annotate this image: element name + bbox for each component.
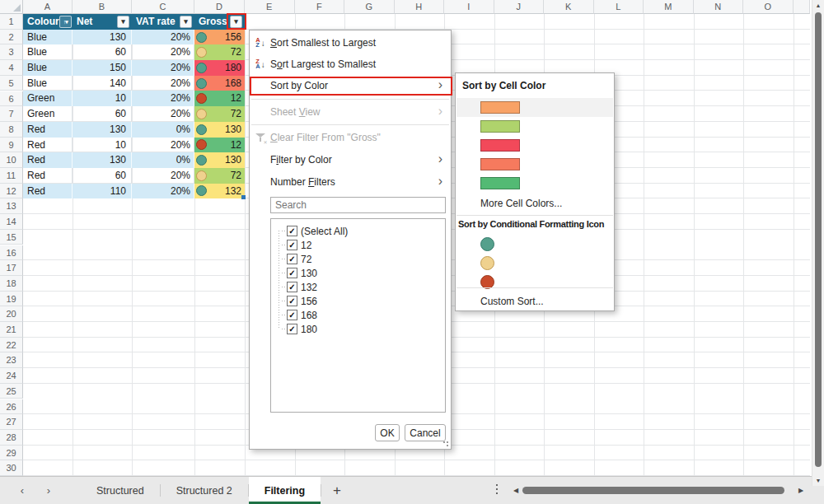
row-header-12[interactable]: 12 [0, 184, 23, 199]
cell-vat-rate[interactable]: 20% [132, 60, 194, 76]
tab-filtering[interactable]: Filtering [249, 477, 321, 504]
custom-sort-item[interactable]: Custom Sort... [456, 292, 613, 310]
cell-net[interactable]: 130 [73, 30, 132, 45]
cell-vat-rate[interactable]: 20% [132, 30, 194, 45]
cell-gross[interactable]: 12 [194, 138, 245, 153]
cell-colour[interactable]: Blue [23, 76, 73, 91]
row-header-28[interactable]: 28 [0, 430, 23, 446]
column-header-B[interactable]: B [73, 0, 132, 14]
tab-scroll-left-icon[interactable]: ‹ [10, 477, 35, 504]
row-header-13[interactable]: 13 [0, 198, 23, 214]
column-header-N[interactable]: N [694, 0, 744, 14]
cf-icon-option[interactable] [456, 235, 613, 254]
ok-button[interactable]: OK [375, 424, 400, 441]
resize-grip[interactable] [442, 441, 450, 448]
cell-gross[interactable]: 12 [194, 91, 245, 106]
row-header-20[interactable]: 20 [0, 306, 23, 322]
row-header-22[interactable]: 22 [0, 338, 23, 353]
menu-item-filter-by-color[interactable]: Filter by Color [250, 149, 450, 170]
cell-gross[interactable]: 72 [194, 168, 245, 184]
tab-scroll-right-icon[interactable]: › [36, 477, 61, 504]
cell-net[interactable]: 10 [73, 138, 132, 153]
cell-vat-rate[interactable]: 20% [132, 44, 194, 60]
net-filter-dropdown-icon[interactable] [117, 16, 129, 28]
cell-gross[interactable]: 130 [194, 152, 245, 168]
cell-vat-rate[interactable]: 20% [132, 91, 194, 106]
cell-vat-rate[interactable]: 20% [132, 184, 194, 199]
column-header-I[interactable]: I [444, 0, 494, 14]
tab-structured[interactable]: Structured [81, 477, 160, 504]
cell-colour[interactable]: Green [23, 106, 73, 122]
cell-colour[interactable]: Red [23, 168, 73, 184]
cell-vat-rate[interactable]: 20% [132, 106, 194, 122]
cell-gross[interactable]: 72 [194, 106, 245, 122]
menu-item-sort-by-color[interactable]: Sort by Color [250, 75, 450, 96]
filter-value-item[interactable]: 132 [274, 280, 445, 294]
filter-value-item[interactable]: (Select All) [274, 224, 445, 238]
column-header-G[interactable]: G [344, 0, 395, 14]
filter-value-item[interactable]: 156 [274, 294, 445, 308]
cell-colour[interactable]: Green [23, 91, 73, 106]
column-header-F[interactable]: F [295, 0, 345, 14]
vertical-scrollbar[interactable]: ▲ ▼ [812, 0, 824, 486]
hscroll-left-icon[interactable]: ◀ [511, 484, 521, 496]
row-header-19[interactable]: 19 [0, 292, 23, 307]
row-header-11[interactable]: 11 [0, 168, 23, 184]
row-header-29[interactable]: 29 [0, 446, 23, 461]
cell-net[interactable]: 150 [73, 60, 132, 76]
filter-value-item[interactable]: 12 [274, 238, 445, 252]
cell-colour[interactable]: Blue [23, 44, 73, 60]
scrollbar-drag-handle[interactable] [496, 484, 498, 497]
cell-vat-rate[interactable]: 0% [132, 152, 194, 168]
checked-checkbox[interactable] [287, 268, 297, 278]
row-header-27[interactable]: 27 [0, 414, 23, 430]
cell-net[interactable]: 60 [73, 106, 132, 122]
search-input[interactable] [270, 197, 446, 213]
row-header-9[interactable]: 9 [0, 138, 23, 153]
row-header-7[interactable]: 7 [0, 106, 23, 122]
vscroll-down-icon[interactable]: ▼ [812, 478, 824, 483]
vertical-scrollbar-thumb[interactable] [815, 12, 822, 467]
column-header-J[interactable]: J [494, 0, 545, 14]
cell-color-option[interactable] [456, 136, 613, 155]
filter-value-item[interactable]: 72 [274, 252, 445, 266]
cell-vat-rate[interactable]: 20% [132, 168, 194, 184]
table-resize-handle[interactable] [241, 195, 246, 199]
column-header-O[interactable]: O [743, 0, 794, 14]
cell-net[interactable]: 10 [73, 91, 132, 106]
cell-colour[interactable]: Red [23, 138, 73, 153]
vat-rate-filter-dropdown-icon[interactable] [180, 16, 192, 28]
cell-colour[interactable]: Red [23, 122, 73, 138]
menu-item-sort-largest-to-smallest[interactable]: ZA↓ Sort Largest to Smallest [250, 54, 450, 75]
row-header-5[interactable]: 5 [0, 76, 23, 91]
column-header-K[interactable]: K [544, 0, 594, 14]
row-header-30[interactable]: 30 [0, 460, 23, 476]
checked-checkbox[interactable] [287, 296, 297, 306]
cell-gross[interactable]: 130 [194, 122, 245, 138]
cell-vat-rate[interactable]: 20% [132, 138, 194, 153]
filter-value-list[interactable]: (Select All)1272130132156168180 [270, 218, 446, 413]
more-cell-colors-item[interactable]: More Cell Colors... [456, 194, 613, 212]
cell-color-option[interactable] [456, 98, 613, 117]
row-header-15[interactable]: 15 [0, 230, 23, 245]
column-header-M[interactable]: M [644, 0, 694, 14]
row-header-6[interactable]: 6 [0, 91, 23, 107]
cell-colour[interactable]: Red [23, 152, 73, 168]
cell-net[interactable]: 140 [73, 76, 132, 91]
cell-gross[interactable]: 168 [194, 76, 245, 91]
row-header-14[interactable]: 14 [0, 214, 23, 230]
colour-sorted-filter-icon[interactable] [59, 16, 72, 28]
cf-icon-option[interactable] [456, 273, 613, 292]
column-header-D[interactable]: D [194, 0, 245, 14]
checked-checkbox[interactable] [287, 310, 297, 320]
cell-colour[interactable]: Blue [23, 60, 73, 76]
cell-gross[interactable]: 132 [194, 184, 245, 199]
column-header-C[interactable]: C [132, 0, 194, 14]
checked-checkbox[interactable] [287, 282, 297, 292]
horizontal-scrollbar-thumb[interactable] [522, 487, 784, 494]
filter-value-item[interactable]: 180 [274, 322, 445, 336]
checked-checkbox[interactable] [287, 226, 297, 236]
filter-value-item[interactable]: 130 [274, 266, 445, 280]
add-sheet-button[interactable]: + [326, 477, 348, 504]
row-header-17[interactable]: 17 [0, 260, 23, 276]
